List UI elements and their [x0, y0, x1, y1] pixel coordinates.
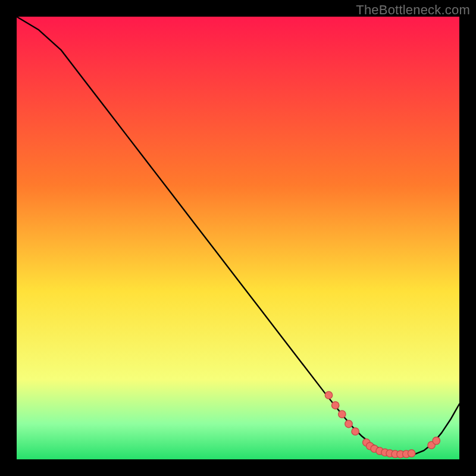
data-point: [325, 392, 332, 399]
data-point: [339, 411, 346, 418]
data-point: [433, 437, 440, 444]
bottleneck-chart: [0, 0, 476, 476]
svg-rect-1: [17, 17, 459, 459]
data-point: [408, 450, 415, 457]
chart-container: TheBottleneck.com: [0, 0, 476, 476]
watermark-text: TheBottleneck.com: [356, 2, 470, 18]
data-point: [345, 420, 352, 427]
data-point: [352, 428, 359, 435]
data-point: [331, 402, 339, 409]
